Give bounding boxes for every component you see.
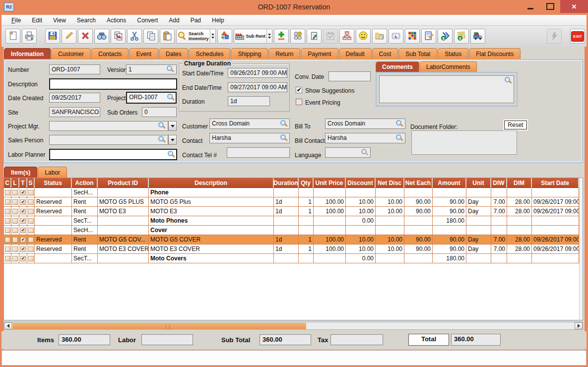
tab-information[interactable]: Information [4,48,51,59]
menu-item-convert[interactable]: Convert [132,16,163,25]
tab-event[interactable]: Event [129,48,158,59]
cubes-button[interactable] [405,29,420,44]
sub-rent-button[interactable]: Sub Rent [234,29,273,44]
site-field[interactable]: SANFRANCISCO [49,107,100,117]
row-checkbox-l[interactable] [12,237,18,243]
doc-edit-button[interactable] [421,29,436,44]
row-checkbox-l[interactable] [12,190,18,195]
tab-comments[interactable]: Comments [376,61,419,72]
column-header-diw[interactable]: DIW [491,178,507,188]
column-header-net_each[interactable]: Net Each [404,178,433,188]
tab-item-s-[interactable]: Item(s) [4,167,37,178]
column-header-start_date[interactable]: Start Date [532,178,579,188]
menu-item-edit[interactable]: Edit [27,16,47,25]
number-field[interactable]: ORD-1007 [49,64,100,74]
bill-contact-field[interactable]: Harsha [325,133,405,143]
row-checkbox-l[interactable] [12,256,18,261]
column-header-product_id[interactable]: Product ID [98,178,149,188]
row-checkbox-c[interactable] [5,190,10,195]
duration-field[interactable]: 1d [228,96,270,106]
table-row[interactable]: ✔SecT...Moto Phones0.00180.00 [4,216,583,226]
contact-tel-field[interactable] [227,147,290,158]
table-row[interactable]: ✔SecH...Cover [4,226,583,235]
contact-field[interactable]: Harsha [209,133,290,143]
bill-contact-search-icon[interactable] [396,134,403,142]
save-button[interactable] [45,29,60,44]
copy-button[interactable] [143,29,158,44]
menu-item-pad[interactable]: Pad [186,16,206,25]
table-row[interactable]: ✔SecT...Moto Covers0.00180.00 [4,254,583,263]
description-field[interactable] [49,78,177,90]
labor-planner-field[interactable] [49,149,177,160]
row-checkbox-c[interactable] [5,228,10,233]
menu-item-actions[interactable]: Actions [102,16,131,25]
find-binoculars-button[interactable] [94,29,109,44]
tab-schedules[interactable]: Schedules [189,48,230,59]
row-checkbox-c[interactable] [5,209,10,214]
column-header-t[interactable]: T [19,178,27,188]
notes-button[interactable] [307,29,322,44]
tab-sub-total[interactable]: Sub Total [398,48,437,59]
start-datetime-field[interactable]: 09/26/2017 09:00 AM [228,68,287,78]
row-checkbox-t[interactable]: ✔ [20,237,26,243]
row-checkbox-c[interactable] [5,199,10,205]
sub-orders-field[interactable]: 0 [142,107,177,117]
key-arrow-button[interactable] [389,29,403,44]
reset-button[interactable]: Reset [504,121,527,129]
row-checkbox-l[interactable] [12,246,18,252]
paste-button[interactable] [160,29,175,44]
row-checkbox-t[interactable]: ✔ [20,246,26,252]
table-row[interactable]: ✔ReservedRentMOTO G5 COV...MOTO G5 COVER… [4,235,583,245]
row-checkbox-l[interactable] [12,199,18,205]
date-created-field[interactable]: 09/25/2017 [49,93,100,103]
exit-button[interactable]: EXIT [570,29,585,44]
project-mgr-field[interactable] [49,121,168,131]
row-checkbox-s[interactable] [28,199,34,205]
row-checkbox-t[interactable]: ✔ [20,256,26,261]
row-checkbox-t[interactable]: ✔ [20,199,26,205]
row-checkbox-c[interactable] [5,246,10,252]
tab-customer[interactable]: Customer [51,48,91,59]
tab-status[interactable]: Status [438,48,468,59]
smiley-button[interactable] [356,29,371,44]
column-header-net_disc[interactable]: Net Disc [376,178,404,188]
new-document-button[interactable] [5,29,20,44]
row-checkbox-t[interactable]: ✔ [20,218,26,224]
document-folder-box[interactable] [411,130,517,155]
bill-to-field[interactable]: Cross Domain [325,119,405,129]
table-row[interactable]: ✔ReservedRentMOTO G5 PLUSMOTO G5 Plus1d1… [4,197,583,207]
table-row[interactable]: ✔ReservedRentMOTO E3MOTO E31d1100.0010.0… [4,207,583,216]
shapes-button[interactable] [217,29,232,44]
money-forward-button[interactable]: $ [438,29,453,44]
row-checkbox-s[interactable] [28,209,34,214]
row-checkbox-c[interactable] [5,256,10,261]
comments-search-icon[interactable] [505,77,512,84]
end-datetime-field[interactable]: 09/27/2017 09:00 AM [228,82,287,92]
column-header-action[interactable]: Action [72,178,98,188]
maximize-button[interactable] [540,0,560,13]
print-button[interactable] [22,29,37,44]
column-header-unit[interactable]: Unit [466,178,491,188]
tab-contacts[interactable]: Contacts [91,48,129,59]
folder-clock-button[interactable] [372,29,387,44]
dropdown-arrows-icon[interactable] [266,29,272,43]
row-checkbox-s[interactable] [28,256,34,261]
row-checkbox-s[interactable] [28,218,34,224]
table-row[interactable]: ✔ReservedRentMOTO E3 COVERMOTO E3 COVER1… [4,245,583,254]
group-help-button[interactable]: ? [290,29,305,44]
row-checkbox-c[interactable] [5,237,10,243]
cut-button[interactable] [127,29,142,44]
customer-search-icon[interactable] [280,120,288,127]
table-row[interactable]: ✔SecH...Phone [4,188,583,197]
column-header-unit_price[interactable]: Unit Price [314,178,346,188]
row-checkbox-s[interactable] [28,190,34,195]
column-header-duration[interactable]: Duration [274,178,299,188]
event-pricing-checkbox[interactable] [296,99,302,105]
column-header-amount[interactable]: Amount [433,178,466,188]
sales-person-search-icon[interactable] [158,136,166,143]
contact-search-icon[interactable] [280,134,288,142]
project-mgr-dropdown-button[interactable] [168,121,177,131]
minimize-button[interactable] [521,0,540,13]
menu-item-add[interactable]: Add [164,16,184,25]
scroll-right-arrow-icon[interactable] [575,322,583,329]
